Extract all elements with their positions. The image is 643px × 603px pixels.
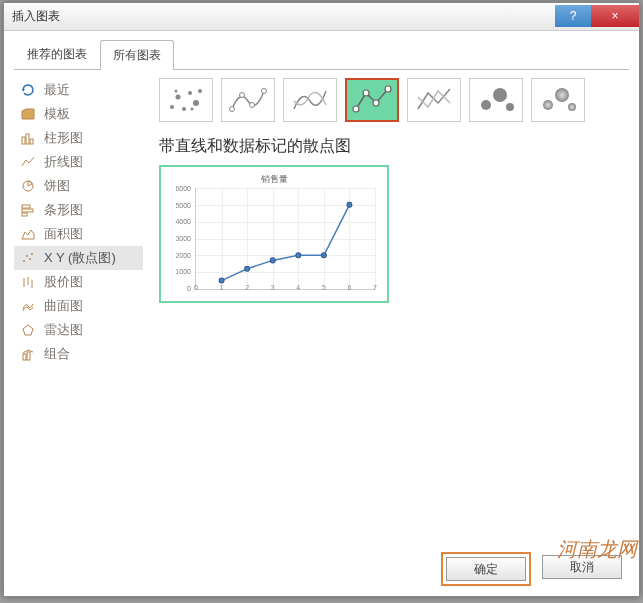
x-tick: 3	[271, 284, 275, 291]
cancel-button[interactable]: 取消	[542, 555, 622, 579]
svg-point-31	[385, 86, 391, 92]
subtype-scatter[interactable]	[159, 78, 213, 122]
svg-point-23	[191, 108, 194, 111]
sidebar-item-pie[interactable]: 饼图	[14, 174, 143, 198]
sidebar-item-combo[interactable]: 组合	[14, 342, 143, 366]
area-icon	[20, 227, 36, 241]
surface-icon	[20, 299, 36, 313]
sidebar-item-surface[interactable]: 曲面图	[14, 294, 143, 318]
sidebar-item-column[interactable]: 柱形图	[14, 126, 143, 150]
bar-icon	[20, 203, 36, 217]
close-button[interactable]: ×	[591, 5, 639, 27]
tab-recommended[interactable]: 推荐的图表	[14, 39, 100, 69]
chart-area: 0100020003000400050006000 01234567	[171, 188, 377, 300]
svg-point-33	[493, 88, 507, 102]
help-button[interactable]: ?	[555, 5, 591, 27]
combo-icon	[20, 347, 36, 361]
dialog-body: 推荐的图表 所有图表 最近 模板 柱形图 折线图	[4, 31, 639, 596]
subtype-smooth-markers[interactable]	[221, 78, 275, 122]
y-axis: 0100020003000400050006000	[171, 188, 193, 290]
svg-point-10	[31, 253, 33, 255]
subtype-straight[interactable]	[407, 78, 461, 122]
dialog-footer: 确定 取消	[441, 552, 625, 586]
subtype-smooth[interactable]	[283, 78, 337, 122]
sidebar-item-label: 股价图	[44, 273, 83, 291]
svg-point-43	[347, 202, 352, 207]
chart-type-sidebar: 最近 模板 柱形图 折线图 饼图	[14, 78, 149, 551]
subtype-title: 带直线和数据标记的散点图	[159, 136, 629, 157]
sidebar-item-label: X Y (散点图)	[44, 249, 116, 267]
ok-button[interactable]: 确定	[446, 557, 526, 581]
svg-point-37	[568, 103, 576, 111]
sidebar-item-recent[interactable]: 最近	[14, 78, 143, 102]
cancel-wrap: 取消	[539, 552, 625, 586]
window-title: 插入图表	[4, 8, 555, 25]
sidebar-item-label: 最近	[44, 81, 70, 99]
svg-point-30	[373, 100, 379, 106]
chart-line	[196, 188, 375, 289]
sidebar-item-label: 模板	[44, 105, 70, 123]
sidebar-item-scatter[interactable]: X Y (散点图)	[14, 246, 143, 270]
svg-point-16	[170, 105, 174, 109]
y-tick: 1000	[175, 268, 191, 275]
tab-strip: 推荐的图表 所有图表	[14, 39, 629, 70]
subtype-bubble-3d[interactable]	[531, 78, 585, 122]
radar-icon	[20, 323, 36, 337]
sidebar-item-stock[interactable]: 股价图	[14, 270, 143, 294]
sidebar-item-label: 饼图	[44, 177, 70, 195]
sidebar-item-label: 条形图	[44, 201, 83, 219]
ok-highlight: 确定	[441, 552, 531, 586]
svg-rect-5	[22, 209, 33, 212]
subtype-bubble[interactable]	[469, 78, 523, 122]
recent-icon	[20, 83, 36, 97]
svg-rect-14	[23, 354, 26, 360]
sidebar-item-label: 组合	[44, 345, 70, 363]
template-icon	[20, 108, 36, 120]
svg-point-7	[23, 260, 25, 262]
svg-point-39	[245, 266, 250, 271]
x-tick: 4	[296, 284, 300, 291]
y-tick: 2000	[175, 251, 191, 258]
sidebar-item-label: 雷达图	[44, 321, 83, 339]
sidebar-item-template[interactable]: 模板	[14, 102, 143, 126]
y-tick: 6000	[175, 185, 191, 192]
svg-point-19	[188, 91, 192, 95]
svg-point-41	[296, 253, 301, 258]
line-icon	[20, 155, 36, 169]
svg-point-22	[175, 90, 178, 93]
chart-preview[interactable]: 销售量 0100020003000400050006000 01234567	[159, 165, 389, 303]
svg-point-35	[543, 100, 553, 110]
tab-all-charts[interactable]: 所有图表	[100, 40, 174, 70]
sidebar-item-label: 面积图	[44, 225, 83, 243]
svg-point-27	[262, 89, 267, 94]
stock-icon	[20, 275, 36, 289]
svg-point-29	[363, 90, 369, 96]
svg-point-34	[506, 103, 514, 111]
svg-rect-4	[22, 205, 30, 208]
y-tick: 3000	[175, 235, 191, 242]
subtype-straight-markers[interactable]	[345, 78, 399, 122]
x-tick: 2	[245, 284, 249, 291]
svg-rect-6	[22, 213, 27, 216]
x-tick: 1	[220, 284, 224, 291]
svg-point-40	[270, 258, 275, 263]
y-tick: 5000	[175, 201, 191, 208]
x-tick: 7	[373, 284, 377, 291]
y-tick: 0	[187, 285, 191, 292]
main-area: 最近 模板 柱形图 折线图 饼图	[14, 78, 629, 551]
svg-point-24	[230, 107, 235, 112]
sidebar-item-radar[interactable]: 雷达图	[14, 318, 143, 342]
svg-point-42	[321, 253, 326, 258]
x-tick: 6	[347, 284, 351, 291]
sidebar-item-area[interactable]: 面积图	[14, 222, 143, 246]
svg-point-38	[219, 278, 224, 283]
sidebar-item-label: 柱形图	[44, 129, 83, 147]
svg-rect-2	[30, 139, 33, 144]
sidebar-item-bar[interactable]: 条形图	[14, 198, 143, 222]
sidebar-item-label: 曲面图	[44, 297, 83, 315]
y-tick: 4000	[175, 218, 191, 225]
content-pane: 带直线和数据标记的散点图 销售量 01000200030004000500060…	[149, 78, 629, 551]
svg-point-8	[26, 255, 28, 257]
sidebar-item-line[interactable]: 折线图	[14, 150, 143, 174]
chart-title: 销售量	[171, 173, 377, 186]
